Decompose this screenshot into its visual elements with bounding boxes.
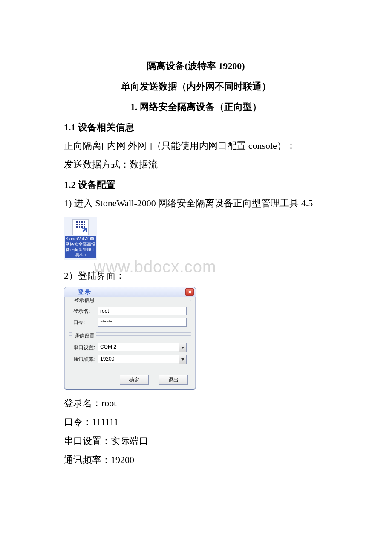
com-port-select[interactable]: COM 2 (98, 343, 187, 352)
login-name-input[interactable] (98, 307, 187, 315)
com-port-label: 串口设置: (73, 344, 98, 351)
dialog-titlebar: 登录 ✕ (64, 287, 196, 297)
close-icon: ✕ (188, 289, 192, 295)
para-1-2b: 2）登陆界面： (64, 268, 328, 283)
para-password: 口令：111111 (64, 414, 328, 430)
para-com: 串口设置：实际端口 (64, 434, 328, 449)
com-port-dropdown-button[interactable] (179, 343, 187, 352)
dialog-title: 登录 (78, 288, 92, 296)
group-login-info: 登录信息 登录名: 口令: (69, 300, 191, 333)
group-comm-legend: 通信设置 (72, 332, 96, 340)
dialog-body: 登录信息 登录名: 口令: 通信设置 串口设置: COM 2 (64, 297, 196, 389)
desktop-shortcut[interactable]: StoneWall-2000网络安全隔离设备正向型管理工具4.5 (64, 217, 97, 260)
group-login-legend: 登录信息 (72, 297, 96, 304)
password-input[interactable] (98, 318, 187, 327)
para-1-2a: 1) 进入 StoneWall-2000 网络安全隔离设备正向型管理工具 4.5 (64, 196, 328, 211)
para-login-name: 登录名：root (64, 396, 328, 411)
chevron-down-icon (181, 358, 184, 361)
baud-rate-select[interactable]: 19200 (98, 355, 187, 364)
close-button[interactable]: ✕ (185, 288, 194, 296)
baud-rate-label: 通讯频率: (73, 356, 98, 363)
login-dialog: 登录 ✕ 登录信息 登录名: 口令: 通信设置 串口设置: (64, 287, 196, 390)
doc-title-2: 单向发送数据（内外网不同时联通） (64, 80, 328, 93)
baud-rate-dropdown-button[interactable] (179, 355, 187, 364)
para-1-1a: 正向隔离[ 内网 外网 ]（只能使用内网口配置 console）： (64, 138, 328, 153)
group-comm-settings: 通信设置 串口设置: COM 2 通讯频率: 19200 (69, 335, 191, 370)
document-page: www.bdocx.com 隔离设备(波特率 19200) 单向发送数据（内外网… (0, 0, 392, 497)
login-name-label: 登录名: (73, 308, 98, 315)
app-icon (72, 219, 89, 235)
desktop-shortcut-label: StoneWall-2000网络安全隔离设备正向型管理工具4.5 (65, 236, 96, 258)
chevron-down-icon (181, 347, 184, 349)
doc-title-1: 隔离设备(波特率 19200) (64, 60, 328, 72)
baud-rate-value: 19200 (98, 355, 179, 363)
doc-title-3: 1. 网络安全隔离设备（正向型） (64, 101, 328, 113)
para-1-1b: 发送数据方式：数据流 (64, 157, 328, 172)
heading-1-1: 1.1 设备相关信息 (64, 121, 328, 134)
com-port-value: COM 2 (98, 343, 179, 351)
para-baud: 通讯频率：19200 (64, 452, 328, 468)
cancel-button[interactable]: 退出 (159, 375, 188, 385)
password-label: 口令: (73, 319, 98, 326)
dialog-button-row: 确定 退出 (69, 373, 191, 385)
ok-button[interactable]: 确定 (120, 375, 149, 385)
heading-1-2: 1.2 设备配置 (64, 179, 328, 191)
